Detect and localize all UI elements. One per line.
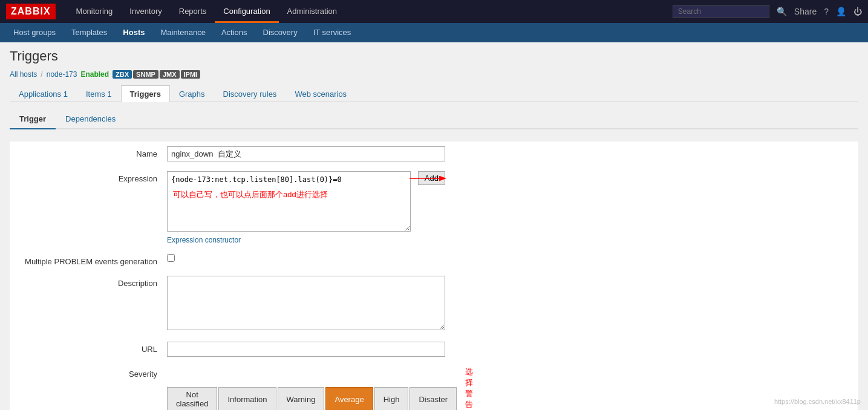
name-label: Name [22,146,167,158]
multiple-problem-row: Multiple PROBLEM events generation [22,249,858,271]
top-nav-right: 🔍 Share ? 👤 ⏻ [673,5,862,18]
url-row: URL [22,337,858,362]
trigger-form: Name Expression {node-173:net.tcp.listen… [10,142,858,410]
expression-row: Expression {node-173:net.tcp.listen[80].… [22,166,858,249]
nav-inventory[interactable]: Inventory [121,0,170,23]
description-textarea[interactable] [167,276,445,330]
badge-jmx: JMX [160,70,180,79]
name-input[interactable] [167,146,445,161]
severity-group: Not classified Information Warning Avera… [167,387,457,410]
top-nav-items: Monitoring Inventory Reports Configurati… [68,0,345,23]
name-row: Name [22,142,858,166]
sev-not-classified[interactable]: Not classified [167,387,217,410]
page-content: Triggers All hosts / node-173 Enabled ZB… [0,42,868,410]
user-icon[interactable]: 👤 [836,7,846,16]
nav-reports[interactable]: Reports [171,0,215,23]
badge-snmp: SNMP [133,70,158,79]
subnav-host-groups[interactable]: Host groups [6,23,63,42]
breadcrumb-host[interactable]: node-173 [47,70,77,79]
power-icon[interactable]: ⏻ [853,7,862,16]
search-input[interactable] [673,5,769,18]
breadcrumb-sep2: Enabled [80,70,109,79]
sub-tabs: Trigger Dependencies [10,108,858,129]
name-control [167,146,445,161]
subtab-trigger[interactable]: Trigger [10,109,56,129]
subtab-dependencies[interactable]: Dependencies [56,109,125,129]
sub-nav: Host groups Templates Hosts Maintenance … [0,23,868,42]
severity-label: Severity [22,366,167,379]
badge-ipmi: IPMI [181,70,201,79]
expression-arrow [410,172,452,184]
badge-group: ZBX SNMP JMX IPMI [113,70,200,79]
page-title: Triggers [10,48,858,64]
url-label: URL [22,342,167,354]
help-icon[interactable]: ? [824,7,829,16]
sev-high[interactable]: High [374,387,409,410]
subnav-hosts[interactable]: Hosts [116,23,152,42]
description-label: Description [22,276,167,288]
logo: ZABBIX [6,4,56,19]
sev-warning[interactable]: Warning [278,387,325,410]
severity-annotation: 选择警告级别 [465,366,473,410]
top-nav: ZABBIX Monitoring Inventory Reports Conf… [0,0,868,23]
expression-constructor-link[interactable]: Expression constructor [167,236,241,244]
watermark: https://blog.csdn.net/xx8411p [774,398,861,405]
expression-textarea[interactable]: {node-173:net.tcp.listen[80].last(0)}=0 [167,171,411,232]
nav-administration[interactable]: Administration [279,0,345,23]
tab-graphs[interactable]: Graphs [170,85,214,102]
tab-applications[interactable]: Applications 1 [10,85,77,102]
subnav-actions[interactable]: Actions [214,23,255,42]
nav-monitoring[interactable]: Monitoring [68,0,122,23]
tab-web-scenarios[interactable]: Web scenarios [286,85,356,102]
url-input[interactable] [167,342,445,357]
expression-label: Expression [22,171,167,183]
multiple-problem-checkbox[interactable] [167,254,175,262]
severity-control: Not classified Information Warning Avera… [167,366,445,410]
share-icon[interactable]: Share [794,7,817,16]
description-control [167,276,445,332]
subnav-templates[interactable]: Templates [64,23,114,42]
breadcrumb-all-hosts[interactable]: All hosts [10,70,37,79]
multiple-problem-label: Multiple PROBLEM events generation [22,254,167,266]
nav-configuration[interactable]: Configuration [215,0,278,23]
sev-average[interactable]: Average [325,387,373,410]
sev-information[interactable]: Information [218,387,276,410]
subnav-maintenance[interactable]: Maintenance [153,23,212,42]
search-icon[interactable]: 🔍 [777,7,787,16]
severity-row: Severity Not classified Information Warn… [22,362,858,410]
badge-zbx: ZBX [113,70,132,79]
tab-discovery-rules[interactable]: Discovery rules [214,85,286,102]
subnav-discovery[interactable]: Discovery [256,23,305,42]
tab-triggers[interactable]: Triggers [121,85,170,102]
url-control [167,342,445,357]
host-tabs: Applications 1 Items 1 Triggers Graphs D… [10,85,858,102]
sev-disaster[interactable]: Disaster [410,387,457,410]
breadcrumb: All hosts / node-173 Enabled ZBX SNMP JM… [10,70,858,79]
description-row: Description [22,271,858,337]
multiple-problem-control [167,254,445,264]
expression-control: {node-173:net.tcp.listen[80].last(0)}=0 … [167,171,445,244]
tab-items[interactable]: Items 1 [77,85,121,102]
breadcrumb-sep1: / [41,70,42,79]
subnav-it-services[interactable]: IT services [306,23,359,42]
